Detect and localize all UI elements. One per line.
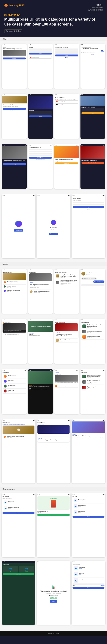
ecom3-checkout-btn[interactable]: Checkout (73, 516, 105, 518)
ecom1-item-2[interactable]: 👟 Merkury Coconut Sk $17.50 (2, 505, 34, 511)
news4-input[interactable] (81, 284, 105, 286)
ecom5-done-btn[interactable]: Done (50, 600, 57, 602)
news9-r2[interactable]: Mike Chen Technology (2, 379, 26, 384)
news9-title: Reporters (2, 372, 26, 373)
news9-av4 (4, 390, 7, 392)
phone10-link[interactable]: Already have account? (29, 159, 52, 160)
phone10-f1[interactable] (29, 149, 52, 150)
phone14-logo (51, 220, 56, 225)
news9-r1[interactable]: Sarah Johnson World News (2, 374, 26, 379)
phone7-google[interactable]: Login with Google (55, 100, 78, 103)
ecom2-add-btn[interactable]: Add to Cart (37, 514, 69, 516)
phone2-email[interactable] (29, 48, 52, 50)
news6-author: Chris Martin Myers is a unique journalis… (30, 326, 51, 327)
news2-headline: Steven Zimmer has appeared in court afte… (30, 284, 51, 287)
phone15-pass[interactable] (73, 204, 104, 205)
phone6-pass[interactable] (29, 113, 52, 115)
play-icon[interactable]: ▶ (17, 428, 20, 431)
phone1-btn[interactable]: Continue (3, 58, 26, 60)
news6-img: Chris Martin Myers is a unique journalis… (28, 321, 53, 332)
news7-img-1 (55, 324, 78, 331)
status-bar-4: 9:41●●● (81, 44, 106, 46)
phone8-email[interactable] (82, 108, 105, 110)
ecom4-prod-1[interactable]: 👟 Air Shoes $89 (3, 566, 18, 572)
ecom3-item-1[interactable]: 👟 Running Shoes $169.50 (73, 498, 105, 504)
news11-av (55, 385, 57, 387)
phone15-btn[interactable]: Login (73, 206, 104, 208)
ecom2-bottle-img (51, 500, 56, 508)
ecom1-item-1[interactable]: 👟 Shoes Item $35.00 (2, 500, 34, 505)
news9-r4[interactable]: James Kim Sports (2, 389, 26, 394)
news11-item[interactable]: by Reporter · 1h ago (55, 384, 78, 388)
status-bar-1: 9:41●●● (2, 44, 27, 46)
phone14-btn[interactable]: Go to account (49, 233, 58, 235)
phone-create-account: 9:41●●● Create New Account Continue (54, 44, 79, 89)
news3-item-2[interactable]: Khalid has praised Drag David's habits a… (55, 279, 78, 286)
news1-item-3[interactable]: The Belief Circumstances 8 min ago (2, 289, 26, 293)
phone13-btn[interactable]: Go to account (14, 230, 23, 232)
news2-item[interactable]: Ashley Roberts made a huge... attempt 5 … (29, 290, 52, 294)
ecom3-item-3[interactable]: 👟 Casual Wear $117.50 (73, 509, 105, 515)
news8-item-2[interactable]: The latest news for current... world · 3… (81, 329, 105, 334)
news12-item-2[interactable]: The Bull Corporations is making new move… (81, 379, 105, 385)
phone10-f4[interactable] (29, 154, 52, 156)
phone3-btn[interactable]: Continue (55, 54, 78, 56)
phone-row-1: 9:41●●● UxStore Your best imaginations C… (0, 41, 107, 92)
ecom5-total-label: Total Payment (49, 595, 58, 596)
phone11-desc: Start your journey now (55, 160, 78, 162)
news12-item-1[interactable]: Brazil Companies reports a tough time in… (81, 374, 105, 379)
news3-item-1[interactable]: Ashley Roberts had a "tough time" when s… (55, 274, 78, 279)
phone2-btn[interactable]: Continue (29, 52, 52, 54)
phone5-btn[interactable]: Continue (3, 108, 26, 110)
news7-item[interactable]: But a Lot Discounts finance · 1h (55, 338, 78, 343)
news2-card-content: WORLD Steven Zimmer has appeared in cour… (29, 281, 52, 289)
symbols-link[interactable]: Symbols & Styles (88, 9, 103, 11)
news13-av (4, 436, 6, 438)
news12-title: Top News (81, 372, 105, 373)
news1-item-2[interactable]: Another headline 5 min ago (2, 284, 26, 289)
phone5-signin-link[interactable]: Sign In as Software (3, 110, 26, 111)
news1-item-1[interactable]: Breaking news story 2 min ago (2, 280, 26, 284)
news8-item-3[interactable]: Sunshine after the storm lifestyle · 4h (81, 334, 105, 340)
phone11-btn[interactable]: Get Started (55, 162, 78, 164)
phone8-pass[interactable] (82, 110, 105, 112)
phone1-image (3, 50, 26, 56)
phone6-btn[interactable]: Sign Up (29, 116, 52, 118)
phone15-email[interactable] (73, 202, 104, 204)
phone7-apple[interactable]: Login with Apple (55, 104, 78, 106)
phone6-email[interactable] (29, 111, 52, 113)
phone8-btn[interactable]: Login (82, 112, 105, 114)
news8-text-3: Sunshine after the storm lifestyle · 4h (87, 336, 104, 338)
news7-card-1: FINANCE Friday Funny: Trespassing Withou… (55, 324, 78, 338)
ecom-phone-cart: 9:41●●● My Cart 👟 Running Shoes $169.50 (72, 493, 105, 557)
ecom6-item-1[interactable]: 👟 Running Max $169.50 (73, 565, 105, 571)
news-phone-full-article: 9:41●●● NEWS The full story behind the b… (72, 419, 105, 484)
phone10-btn[interactable]: Create Account (29, 157, 52, 158)
ecom6-item-3[interactable]: 👟 Casual Runner $117.50 (73, 578, 105, 584)
phone2-password[interactable] (29, 50, 52, 52)
phone3-name[interactable] (55, 48, 78, 50)
ecom4-prod-2[interactable]: 👟 Sport Max $115 (19, 566, 34, 572)
ecom1-track-btn[interactable]: Track Order (2, 512, 34, 514)
ecom6-checkout-btn[interactable]: Checkout (73, 587, 105, 589)
news13-item[interactable]: Richard Andrew Federal Counties video · … (2, 435, 34, 439)
ecom4-browse-btn[interactable]: Browse All (3, 573, 34, 575)
phone2-google-btn[interactable]: Login with Google (29, 56, 52, 58)
news8-img-1 (82, 324, 86, 328)
news4-profile-row: James Robinson @jrobinson (81, 272, 105, 276)
ecom6-item-2[interactable]: 👟 Sport Elite $96.00 (73, 571, 105, 578)
news9-r3[interactable]: Anna Martinez Finance (2, 384, 26, 389)
phone3-pass[interactable] (55, 52, 78, 54)
phone10-f3[interactable] (29, 152, 52, 154)
phone12-btn[interactable]: Personalize & go ahead (82, 162, 105, 164)
phone10-f2[interactable] (29, 151, 52, 152)
news8-item-1[interactable]: The Bull Corporations is the biggest com… (81, 324, 105, 329)
ecom3-item-2[interactable]: 👟 Sport Sneakers $96.00 (73, 504, 105, 509)
phone-get-started: 9:41●●● Get Started Download and start u… (54, 94, 79, 139)
news12-item-3[interactable]: Biggest story of the month global · 3h (81, 385, 105, 390)
phone9-btn[interactable]: Link with app. 5G (3, 163, 26, 165)
phone3-email[interactable] (55, 50, 78, 52)
news3-img-2 (56, 281, 59, 284)
phone6-title: Sign up (29, 110, 52, 111)
phone4-toggle[interactable] (101, 50, 104, 52)
